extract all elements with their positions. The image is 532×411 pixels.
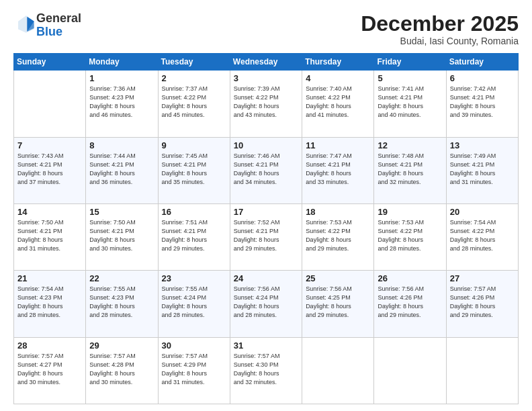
- weekday-header-wednesday: Wednesday: [230, 54, 302, 71]
- day-number: 24: [234, 273, 298, 283]
- calendar-cell: 2Sunrise: 7:37 AM Sunset: 4:22 PM Daylig…: [158, 71, 230, 137]
- day-info: Sunrise: 7:47 AM Sunset: 4:21 PM Dayligh…: [306, 152, 370, 187]
- day-number: 13: [450, 140, 515, 150]
- calendar-cell: 10Sunrise: 7:46 AM Sunset: 4:21 PM Dayli…: [230, 137, 302, 203]
- logo-icon: [15, 13, 36, 35]
- month-title: December 2025: [361, 12, 519, 36]
- calendar-cell: [446, 337, 518, 404]
- day-info: Sunrise: 7:55 AM Sunset: 4:24 PM Dayligh…: [162, 285, 226, 320]
- day-info: Sunrise: 7:56 AM Sunset: 4:26 PM Dayligh…: [378, 285, 442, 320]
- day-info: Sunrise: 7:37 AM Sunset: 4:22 PM Dayligh…: [162, 85, 226, 120]
- day-info: Sunrise: 7:36 AM Sunset: 4:23 PM Dayligh…: [89, 85, 154, 120]
- day-number: 4: [306, 73, 370, 83]
- day-number: 11: [306, 140, 370, 150]
- day-info: Sunrise: 7:56 AM Sunset: 4:25 PM Dayligh…: [306, 285, 370, 320]
- day-info: Sunrise: 7:43 AM Sunset: 4:21 PM Dayligh…: [17, 152, 82, 187]
- day-number: 17: [234, 207, 298, 217]
- weekday-header-thursday: Thursday: [302, 54, 374, 71]
- day-number: 2: [162, 73, 226, 83]
- day-number: 3: [234, 73, 298, 83]
- day-info: Sunrise: 7:50 AM Sunset: 4:21 PM Dayligh…: [17, 218, 82, 253]
- day-info: Sunrise: 7:52 AM Sunset: 4:21 PM Dayligh…: [234, 218, 298, 253]
- day-number: 20: [450, 207, 515, 217]
- day-number: 5: [378, 73, 442, 83]
- day-info: Sunrise: 7:48 AM Sunset: 4:21 PM Dayligh…: [378, 152, 442, 187]
- day-number: 25: [306, 273, 370, 283]
- calendar-cell: 13Sunrise: 7:49 AM Sunset: 4:21 PM Dayli…: [446, 137, 518, 203]
- day-info: Sunrise: 7:49 AM Sunset: 4:21 PM Dayligh…: [450, 152, 515, 187]
- week-row-1: 7Sunrise: 7:43 AM Sunset: 4:21 PM Daylig…: [14, 137, 519, 203]
- day-number: 16: [162, 207, 226, 217]
- day-number: 27: [450, 273, 515, 283]
- day-number: 10: [234, 140, 298, 150]
- day-info: Sunrise: 7:40 AM Sunset: 4:22 PM Dayligh…: [306, 85, 370, 120]
- calendar-cell: [302, 337, 374, 404]
- day-number: 30: [162, 340, 226, 351]
- week-row-4: 28Sunrise: 7:57 AM Sunset: 4:27 PM Dayli…: [14, 337, 519, 404]
- calendar-cell: 20Sunrise: 7:54 AM Sunset: 4:22 PM Dayli…: [446, 203, 518, 270]
- calendar-cell: 14Sunrise: 7:50 AM Sunset: 4:21 PM Dayli…: [14, 203, 86, 270]
- day-number: 12: [378, 140, 442, 150]
- weekday-header-row: SundayMondayTuesdayWednesdayThursdayFrid…: [14, 54, 519, 71]
- day-number: 28: [17, 340, 82, 351]
- day-info: Sunrise: 7:53 AM Sunset: 4:22 PM Dayligh…: [378, 218, 442, 253]
- day-info: Sunrise: 7:57 AM Sunset: 4:29 PM Dayligh…: [162, 352, 226, 387]
- calendar-cell: 21Sunrise: 7:54 AM Sunset: 4:23 PM Dayli…: [14, 271, 86, 337]
- calendar-cell: 31Sunrise: 7:57 AM Sunset: 4:30 PM Dayli…: [230, 337, 302, 404]
- day-number: 21: [17, 273, 82, 283]
- calendar-cell: 17Sunrise: 7:52 AM Sunset: 4:21 PM Dayli…: [230, 203, 302, 270]
- day-info: Sunrise: 7:57 AM Sunset: 4:30 PM Dayligh…: [234, 352, 298, 387]
- day-info: Sunrise: 7:50 AM Sunset: 4:21 PM Dayligh…: [89, 218, 154, 253]
- calendar-cell: 28Sunrise: 7:57 AM Sunset: 4:27 PM Dayli…: [14, 337, 86, 404]
- day-number: 6: [450, 73, 515, 83]
- day-number: 14: [17, 207, 82, 217]
- day-number: 18: [306, 207, 370, 217]
- logo: GeneralBlue: [13, 12, 81, 39]
- calendar-cell: [374, 337, 446, 404]
- week-row-2: 14Sunrise: 7:50 AM Sunset: 4:21 PM Dayli…: [14, 203, 519, 270]
- day-info: Sunrise: 7:45 AM Sunset: 4:21 PM Dayligh…: [162, 152, 226, 187]
- calendar-cell: 12Sunrise: 7:48 AM Sunset: 4:21 PM Dayli…: [374, 137, 446, 203]
- day-number: 23: [162, 273, 226, 283]
- calendar-cell: 18Sunrise: 7:53 AM Sunset: 4:22 PM Dayli…: [302, 203, 374, 270]
- day-info: Sunrise: 7:42 AM Sunset: 4:21 PM Dayligh…: [450, 85, 515, 120]
- location-subtitle: Budai, Iasi County, Romania: [361, 36, 519, 46]
- day-info: Sunrise: 7:57 AM Sunset: 4:26 PM Dayligh…: [450, 285, 515, 320]
- calendar-cell: 4Sunrise: 7:40 AM Sunset: 4:22 PM Daylig…: [302, 71, 374, 137]
- calendar-cell: 16Sunrise: 7:51 AM Sunset: 4:21 PM Dayli…: [158, 203, 230, 270]
- calendar-cell: 24Sunrise: 7:56 AM Sunset: 4:24 PM Dayli…: [230, 271, 302, 337]
- day-number: 1: [89, 73, 154, 83]
- day-info: Sunrise: 7:51 AM Sunset: 4:21 PM Dayligh…: [162, 218, 226, 253]
- calendar-cell: 26Sunrise: 7:56 AM Sunset: 4:26 PM Dayli…: [374, 271, 446, 337]
- calendar-cell: 7Sunrise: 7:43 AM Sunset: 4:21 PM Daylig…: [14, 137, 86, 203]
- weekday-header-friday: Friday: [374, 54, 446, 71]
- day-number: 26: [378, 273, 442, 283]
- title-block: December 2025 Budai, Iasi County, Romani…: [361, 12, 519, 46]
- page: GeneralBlue December 2025 Budai, Iasi Co…: [0, 0, 532, 411]
- day-info: Sunrise: 7:44 AM Sunset: 4:21 PM Dayligh…: [89, 152, 154, 187]
- calendar-cell: 11Sunrise: 7:47 AM Sunset: 4:21 PM Dayli…: [302, 137, 374, 203]
- day-info: Sunrise: 7:41 AM Sunset: 4:21 PM Dayligh…: [378, 85, 442, 120]
- weekday-header-sunday: Sunday: [14, 54, 86, 71]
- calendar-cell: 6Sunrise: 7:42 AM Sunset: 4:21 PM Daylig…: [446, 71, 518, 137]
- week-row-3: 21Sunrise: 7:54 AM Sunset: 4:23 PM Dayli…: [14, 271, 519, 337]
- day-number: 31: [234, 340, 298, 351]
- calendar-cell: 3Sunrise: 7:39 AM Sunset: 4:22 PM Daylig…: [230, 71, 302, 137]
- calendar-cell: 8Sunrise: 7:44 AM Sunset: 4:21 PM Daylig…: [86, 137, 158, 203]
- day-info: Sunrise: 7:46 AM Sunset: 4:21 PM Dayligh…: [234, 152, 298, 187]
- weekday-header-tuesday: Tuesday: [158, 54, 230, 71]
- day-number: 8: [89, 140, 154, 150]
- day-info: Sunrise: 7:55 AM Sunset: 4:23 PM Dayligh…: [89, 285, 154, 320]
- calendar-cell: [14, 71, 86, 137]
- day-number: 7: [17, 140, 82, 150]
- day-number: 22: [89, 273, 154, 283]
- day-info: Sunrise: 7:54 AM Sunset: 4:23 PM Dayligh…: [17, 285, 82, 320]
- day-info: Sunrise: 7:57 AM Sunset: 4:28 PM Dayligh…: [89, 352, 154, 387]
- day-number: 29: [89, 340, 154, 351]
- day-info: Sunrise: 7:53 AM Sunset: 4:22 PM Dayligh…: [306, 218, 370, 253]
- calendar-cell: 9Sunrise: 7:45 AM Sunset: 4:21 PM Daylig…: [158, 137, 230, 203]
- day-info: Sunrise: 7:56 AM Sunset: 4:24 PM Dayligh…: [234, 285, 298, 320]
- calendar-cell: 22Sunrise: 7:55 AM Sunset: 4:23 PM Dayli…: [86, 271, 158, 337]
- calendar-cell: 29Sunrise: 7:57 AM Sunset: 4:28 PM Dayli…: [86, 337, 158, 404]
- calendar-cell: 15Sunrise: 7:50 AM Sunset: 4:21 PM Dayli…: [86, 203, 158, 270]
